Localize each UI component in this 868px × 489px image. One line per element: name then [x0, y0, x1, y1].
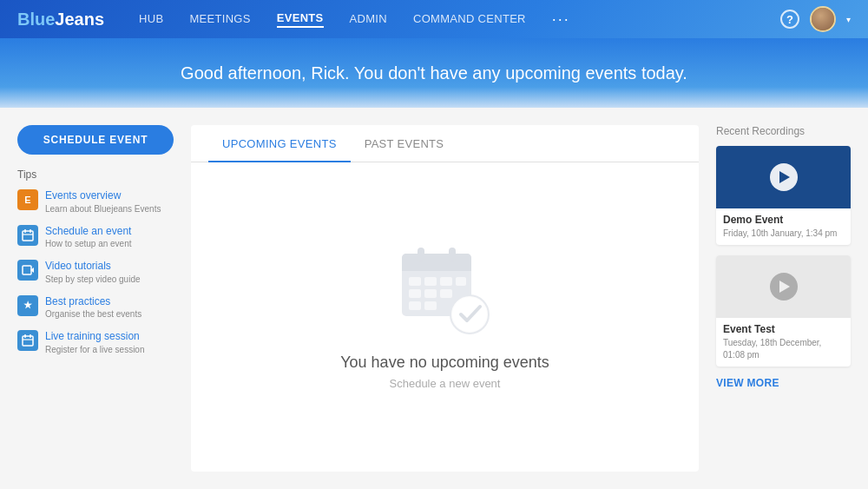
svg-rect-14 — [449, 248, 456, 261]
recording-thumb-test — [716, 255, 851, 318]
center-panel: UPCOMING EVENTS PAST EVENTS — [191, 125, 699, 472]
svg-rect-23 — [424, 301, 437, 310]
avatar-chevron-icon[interactable]: ▾ — [846, 15, 851, 24]
tip-schedule-event-text: Schedule an event How to setup an event — [45, 225, 132, 250]
live-training-icon — [17, 330, 38, 351]
recording-card-event-test[interactable]: Event Test Tuesday, 18th December, 01:08… — [716, 255, 851, 367]
tip-events-overview[interactable]: E Events overview Learn about Bluejeans … — [17, 189, 174, 215]
nav-command-center[interactable]: COMMAND CENTER — [413, 12, 526, 27]
main-content: SCHEDULE EVENT Tips E Events overview Le… — [0, 108, 868, 489]
tip-best-practices-sub: Organise the best events — [45, 308, 141, 320]
hero-message: Good afternoon, Rick. You don't have any… — [181, 63, 687, 83]
best-practices-icon: ★ — [17, 295, 38, 316]
help-button[interactable]: ? — [780, 10, 799, 29]
tab-upcoming-events[interactable]: UPCOMING EVENTS — [208, 125, 351, 162]
hero-banner: Good afternoon, Rick. You don't have any… — [0, 38, 868, 108]
recording-date-test: Tuesday, 18th December, 01:08 pm — [723, 337, 844, 361]
svg-rect-4 — [23, 266, 31, 274]
recording-info-demo: Demo Event Friday, 10th January, 1:34 pm — [716, 208, 851, 245]
tip-best-practices[interactable]: ★ Best practices Organise the best event… — [17, 295, 174, 320]
tip-schedule-event[interactable]: Schedule an event How to setup an event — [17, 225, 174, 250]
svg-rect-16 — [424, 277, 437, 286]
events-tabs: UPCOMING EVENTS PAST EVENTS — [191, 125, 699, 162]
recording-card-demo-event[interactable]: Demo Event Friday, 10th January, 1:34 pm — [716, 146, 851, 245]
no-events-subtitle: Schedule a new event — [390, 377, 501, 390]
avatar[interactable] — [810, 6, 836, 32]
tip-live-training-sub: Register for a live session — [45, 344, 145, 355]
tip-video-tutorials-sub: Step by step video guide — [45, 274, 141, 285]
tip-video-tutorials[interactable]: Video tutorials Step by step video guide — [17, 260, 174, 285]
svg-rect-19 — [409, 289, 421, 298]
nav-events[interactable]: EVENTS — [277, 11, 324, 28]
recent-recordings-title: Recent Recordings — [716, 125, 851, 137]
nav-right-controls: ? ▾ — [780, 6, 851, 32]
recording-info-test: Event Test Tuesday, 18th December, 01:08… — [716, 318, 851, 367]
brand-logo[interactable]: BlueJeans — [17, 10, 104, 30]
tips-label: Tips — [17, 169, 174, 181]
tip-live-training-text: Live training session Register for a liv… — [45, 330, 145, 355]
svg-rect-15 — [409, 277, 421, 286]
recording-name-demo: Demo Event — [723, 214, 844, 226]
brand-blue: Blue — [17, 10, 55, 29]
tip-best-practices-text: Best practices Organise the best events — [45, 295, 141, 320]
svg-rect-0 — [23, 231, 33, 241]
tip-schedule-event-title: Schedule an event — [45, 225, 132, 239]
schedule-event-button[interactable]: SCHEDULE EVENT — [17, 125, 174, 155]
tip-schedule-event-sub: How to setup an event — [45, 238, 132, 249]
no-events-illustration — [393, 241, 497, 340]
tip-events-overview-title: Events overview — [45, 189, 161, 203]
svg-rect-17 — [440, 277, 452, 286]
svg-rect-12 — [402, 265, 471, 271]
view-more-button[interactable]: VIEW MORE — [716, 377, 851, 389]
empty-state: You have no upcoming events Schedule a n… — [191, 162, 699, 467]
tip-events-overview-text: Events overview Learn about Bluejeans Ev… — [45, 189, 161, 215]
play-triangle-icon-2 — [779, 281, 790, 293]
recording-date-demo: Friday, 10th January, 1:34 pm — [723, 228, 844, 240]
avatar-image — [812, 8, 834, 30]
svg-point-25 — [452, 297, 487, 332]
right-panel: Recent Recordings Demo Event Friday, 10t… — [716, 125, 851, 472]
svg-rect-18 — [456, 277, 466, 286]
tab-past-events[interactable]: PAST EVENTS — [351, 125, 458, 162]
recording-name-test: Event Test — [723, 323, 844, 335]
svg-rect-22 — [409, 301, 421, 310]
svg-rect-21 — [440, 289, 452, 298]
navbar: BlueJeans HUB MEETINGS EVENTS ADMIN COMM… — [0, 0, 868, 38]
tip-video-tutorials-title: Video tutorials — [45, 260, 141, 274]
nav-admin[interactable]: ADMIN — [350, 12, 387, 27]
tip-live-training[interactable]: Live training session Register for a liv… — [17, 330, 174, 355]
nav-more-dots[interactable]: ··· — [552, 10, 570, 29]
schedule-event-icon — [17, 225, 38, 246]
svg-rect-13 — [418, 248, 424, 261]
play-triangle-icon — [779, 171, 790, 183]
nav-hub[interactable]: HUB — [139, 12, 163, 27]
sidebar: SCHEDULE EVENT Tips E Events overview Le… — [17, 125, 174, 472]
events-overview-icon: E — [17, 189, 38, 210]
tip-live-training-title: Live training session — [45, 330, 145, 344]
play-button-demo[interactable] — [770, 163, 798, 191]
svg-rect-6 — [23, 336, 33, 346]
tip-video-tutorials-text: Video tutorials Step by step video guide — [45, 260, 141, 285]
brand-jeans: Jeans — [55, 10, 104, 29]
video-tutorials-icon — [17, 260, 38, 281]
svg-rect-20 — [424, 289, 437, 298]
tip-events-overview-sub: Learn about Bluejeans Events — [45, 203, 161, 215]
nav-links: HUB MEETINGS EVENTS ADMIN COMMAND CENTER… — [139, 10, 780, 29]
recording-thumb-demo — [716, 146, 851, 208]
nav-meetings[interactable]: MEETINGS — [189, 12, 250, 27]
no-events-title: You have no upcoming events — [340, 354, 549, 372]
tip-best-practices-title: Best practices — [45, 295, 141, 309]
play-button-test[interactable] — [770, 273, 798, 301]
